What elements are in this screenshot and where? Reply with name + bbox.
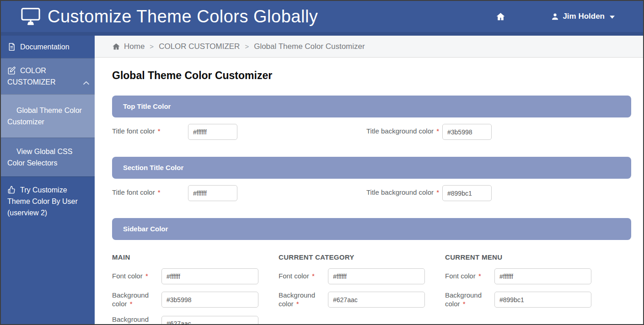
document-icon [7, 43, 16, 51]
main-content: Global Theme Color Customizer Top Title … [95, 58, 643, 324]
form-row: Title font color * Title background colo… [112, 124, 631, 140]
sidebar-item-label: View Global CSS Color Selectors [7, 148, 72, 167]
topbar-right: Jim Holden [496, 12, 615, 21]
field-background-color: Background color * [279, 291, 445, 309]
sidebar-item-view-global-css-color-selectors[interactable]: View Global CSS Color Selectors [1, 138, 95, 176]
thumbs-up-icon [7, 186, 16, 194]
required-marker: * [130, 300, 133, 308]
section-header-section-title-color: Section Title Color [112, 157, 631, 179]
category-font-color-input[interactable] [328, 268, 425, 284]
field-font-color: Font color * [445, 268, 612, 284]
user-icon [551, 13, 559, 21]
chevron-up-icon [83, 81, 89, 85]
section-title-background-color-input[interactable] [442, 185, 492, 201]
section-header-top-title-color: Top Title Color [112, 96, 631, 117]
breadcrumb-home[interactable]: Home [124, 42, 145, 51]
breadcrumb-separator: > [240, 43, 254, 50]
column-current-menu: CURRENT MENU Font color * Background col… [445, 253, 612, 324]
home-icon [112, 43, 120, 51]
caret-down-icon [610, 16, 615, 19]
user-menu[interactable]: Jim Holden [551, 12, 615, 21]
sidebar-item-label: Try Customize Theme Color By User (userv… [7, 186, 78, 217]
breadcrumb-current: Global Theme Color Customizer [254, 42, 365, 51]
field-label: Font color * [279, 272, 328, 281]
app-title: Customize Theme Colors Globally [48, 7, 318, 27]
required-marker: * [436, 188, 439, 196]
main-font-color-input[interactable] [161, 268, 258, 284]
field-font-color: Font color * [279, 268, 445, 284]
menu-font-color-input[interactable] [494, 268, 591, 284]
section-title-font-color-input[interactable] [188, 185, 237, 201]
field-title-font-color: Title font color * [112, 185, 237, 201]
field-label: Background color * [445, 291, 494, 309]
required-marker: * [158, 127, 161, 135]
field-label: Font color * [112, 272, 161, 281]
title-background-color-input[interactable] [442, 124, 492, 140]
title-font-color-input[interactable] [188, 124, 237, 140]
main-background-nav-color-input[interactable] [161, 316, 258, 324]
sidebar-item-try-customize-by-user[interactable]: Try Customize Theme Color By User (userv… [1, 176, 95, 226]
topbar-bottom-strip [1, 32, 643, 36]
required-marker: * [463, 300, 466, 308]
field-label: Title font color * [112, 124, 188, 136]
category-background-color-input[interactable] [328, 292, 425, 308]
required-marker: * [478, 272, 481, 280]
field-background-color: Background color * [112, 291, 279, 309]
field-font-color: Font color * [112, 268, 279, 284]
required-marker: * [312, 272, 315, 280]
field-background-nav-color: Background nav color * [112, 315, 279, 325]
breadcrumb: Home > COLOR CUSTOMIZER > Global Theme C… [95, 36, 643, 58]
field-background-color: Background color * [445, 291, 612, 309]
required-marker: * [158, 188, 161, 196]
field-label: Background color * [279, 291, 328, 309]
column-header: CURRENT CATEGORY [279, 253, 445, 261]
monitor-icon [20, 7, 41, 26]
field-title-font-color: Title font color * [112, 124, 237, 140]
column-header: MAIN [112, 253, 279, 261]
form-row: Title font color * Title background colo… [112, 185, 631, 201]
app-window: Customize Theme Colors Globally Jim Hold… [0, 0, 644, 325]
column-current-category: CURRENT CATEGORY Font color * Background… [279, 253, 445, 324]
page-title: Global Theme Color Customizer [112, 69, 631, 82]
required-marker: * [296, 300, 299, 308]
section-header-sidebar-color: Sidebar Color [112, 218, 631, 240]
sidebar-item-color-customizer[interactable]: COLOR CUSTOMIZER [1, 58, 95, 94]
top-title-bar: Customize Theme Colors Globally Jim Hold… [1, 1, 643, 32]
user-name: Jim Holden [563, 12, 605, 21]
field-label: Title font color * [112, 185, 188, 197]
sidebar-item-global-theme-color-customizer[interactable]: Global Theme Color Customizer [1, 94, 95, 138]
sidebar-item-label: Documentation [20, 43, 70, 51]
menu-background-color-input[interactable] [494, 292, 591, 308]
main-background-color-input[interactable] [161, 292, 258, 308]
required-marker: * [143, 324, 145, 324]
field-label: Background color * [112, 291, 161, 309]
sidebar: Documentation COLOR CUSTOMIZER Global Th… [1, 36, 95, 324]
required-marker: * [436, 127, 439, 135]
sidebar-color-columns: MAIN Font color * Background color * Bac… [112, 253, 631, 324]
sidebar-item-label: Global Theme Color Customizer [7, 107, 82, 126]
field-label: Font color * [445, 272, 494, 281]
field-title-background-color: Title background color * [366, 185, 492, 201]
field-label: Title background color * [366, 124, 442, 136]
field-title-background-color: Title background color * [366, 124, 492, 140]
home-icon[interactable] [496, 12, 505, 21]
column-header: CURRENT MENU [445, 253, 612, 261]
breadcrumb-color-customizer[interactable]: COLOR CUSTOMIZER [159, 42, 240, 51]
field-label: Background nav color * [112, 315, 161, 325]
edit-icon [7, 66, 16, 75]
required-marker: * [145, 272, 148, 280]
field-label: Title background color * [366, 185, 442, 197]
sidebar-item-documentation[interactable]: Documentation [1, 36, 95, 58]
column-main: MAIN Font color * Background color * Bac… [112, 253, 279, 324]
breadcrumb-separator: > [145, 43, 159, 50]
